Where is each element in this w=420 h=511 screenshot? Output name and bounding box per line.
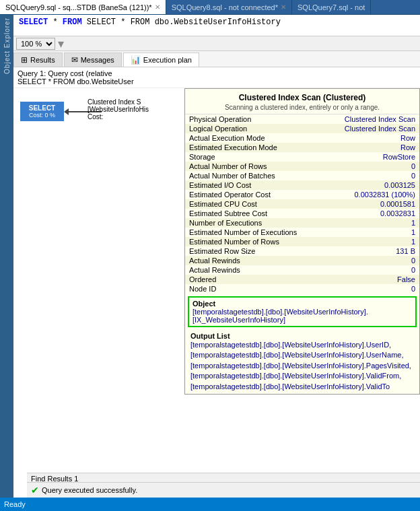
index-node-cost: Cost: xyxy=(88,113,149,121)
tab-results[interactable]: ⊞ Results xyxy=(13,53,63,67)
execution-plan-tab-label: Execution plan xyxy=(143,56,192,64)
tooltip-row-label: Estimated Number of Executions xyxy=(185,228,314,237)
tooltip-row: StorageRowStore xyxy=(185,152,419,162)
output-value: [temporalstagetestdb].[dbo].[WebsiteUser… xyxy=(190,340,414,392)
main-area: SELECT * FROM SELECT * FROM dbo.WebsiteU… xyxy=(13,15,420,511)
tooltip-row-label: Node ID xyxy=(185,284,314,294)
tab-label: SQLQuery7.sql - not xyxy=(298,3,365,11)
toolbar: 100 % 75 % 50 % ▾ xyxy=(13,36,420,51)
tooltip-header: Clustered Index Scan (Clustered) Scannin… xyxy=(185,89,419,114)
tooltip-row-label: Number of Executions xyxy=(185,218,314,228)
index-node-sublabel: [WebsiteUserInfoHis xyxy=(88,106,149,113)
tooltip-row: Actual Execution ModeRow xyxy=(185,133,419,143)
tab-messages[interactable]: ✉ Messages xyxy=(64,53,122,67)
index-node-label: Clustered Index S xyxy=(88,98,149,106)
tooltip-row-value: Row xyxy=(314,143,419,152)
tooltip-row-label: Actual Rewinds xyxy=(185,265,314,275)
success-text: Query executed successfully. xyxy=(42,486,137,494)
tooltip-row-label: Actual Number of Batches xyxy=(185,171,314,180)
tooltip-row-label: Estimated CPU Cost xyxy=(185,199,314,209)
zoom-select[interactable]: 100 % 75 % 50 % xyxy=(16,38,55,50)
object-label: Object xyxy=(193,300,412,308)
tooltip-row: Estimated Number of Rows1 xyxy=(185,237,419,246)
object-value: [temporalstagetestdb].[dbo].[WebsiteUser… xyxy=(193,308,412,324)
sql-text: SELECT * FROM dbo.WebsiteUserInfoHistory xyxy=(87,18,281,27)
success-icon: ✔ xyxy=(31,485,39,496)
sidebar: Object Explorer xyxy=(0,15,13,511)
tooltip-row-value: 1 xyxy=(314,237,419,246)
tooltip-row-value: 0 xyxy=(314,171,419,180)
tooltip-row-label: Estimated I/O Cost xyxy=(185,180,314,190)
tooltip-row-value: 1 xyxy=(314,228,419,237)
tooltip-table: Physical OperationClustered Index ScanLo… xyxy=(185,114,419,294)
tooltip-row-value: 0 xyxy=(314,256,419,265)
tooltip-subtitle: Scanning a clustered index, entirely or … xyxy=(190,104,414,111)
status-text: Ready xyxy=(4,500,26,508)
sql-editor[interactable]: SELECT * FROM SELECT * FROM dbo.WebsiteU… xyxy=(13,15,420,36)
tooltip-row-value: 0.0032831 (100%) xyxy=(314,190,419,199)
tooltip-row: OrderedFalse xyxy=(185,275,419,284)
results-tab-label: Results xyxy=(30,56,55,64)
tooltip-row: Estimated Row Size131 B xyxy=(185,246,419,256)
tab-sqlquery8[interactable]: SQLQuery8.sql - not connected* ✕ xyxy=(166,0,292,14)
select-node-cost: Cost: 0 % xyxy=(24,112,60,118)
tooltip-row-label: Estimated Subtree Cost xyxy=(185,209,314,218)
tooltip-row-value: RowStore xyxy=(314,152,419,162)
tooltip-row-value: Clustered Index Scan xyxy=(314,124,419,133)
tab-sqlquery9[interactable]: SQLQuery9.sql - sq...STDB (BaneSa (121))… xyxy=(0,0,166,14)
tooltip-row-value: 1 xyxy=(314,218,419,228)
tooltip-row-value: 0.003125 xyxy=(314,180,419,190)
tooltip-row-label: Estimated Row Size xyxy=(185,246,314,256)
tooltip-panel: Clustered Index Scan (Clustered) Scannin… xyxy=(184,88,420,395)
sidebar-label: Object Explorer xyxy=(3,18,11,74)
query-info-line2: SELECT * FROM dbo.WebsiteUser xyxy=(18,77,416,86)
tooltip-row-label: Estimated Execution Mode xyxy=(185,143,314,152)
select-node[interactable]: SELECT Cost: 0 % xyxy=(20,102,64,121)
tooltip-row: Estimated Subtree Cost0.0032831 xyxy=(185,209,419,218)
query-info: Query 1: Query cost (relative SELECT * F… xyxy=(13,67,420,88)
output-section: Output List [temporalstagetestdb].[dbo].… xyxy=(185,330,419,394)
tooltip-row-value: 0 xyxy=(314,265,419,275)
tooltip-row: Estimated Operator Cost0.0032831 (100%) xyxy=(185,190,419,199)
tooltip-row-label: Actual Number of Rows xyxy=(185,162,314,171)
tooltip-row-value: 131 B xyxy=(314,246,419,256)
tab-close[interactable]: ✕ xyxy=(155,3,160,11)
status-bar: Ready xyxy=(0,498,420,511)
tooltip-row-label: Actual Execution Mode xyxy=(185,133,314,143)
tooltip-row: Actual Number of Rows0 xyxy=(185,162,419,171)
tooltip-row-label: Actual Rewinds xyxy=(185,256,314,265)
tooltip-row: Estimated CPU Cost0.0001581 xyxy=(185,199,419,209)
tooltip-row-label: Storage xyxy=(185,152,314,162)
tooltip-row-label: Estimated Operator Cost xyxy=(185,190,314,199)
tooltip-row-value: Row xyxy=(314,133,419,143)
tab-label: SQLQuery9.sql - sq...STDB (BaneSa (121))… xyxy=(5,3,152,11)
tooltip-row: Actual Number of Batches0 xyxy=(185,171,419,180)
tooltip-row: Logical OperationClustered Index Scan xyxy=(185,124,419,133)
index-scan-node[interactable]: Clustered Index S [WebsiteUserInfoHis Co… xyxy=(88,98,149,121)
result-tabs: ⊞ Results ✉ Messages 📊 Execution plan xyxy=(13,51,420,67)
tooltip-row-label: Estimated Number of Rows xyxy=(185,237,314,246)
tooltip-row-label: Logical Operation xyxy=(185,124,314,133)
tooltip-row-value: False xyxy=(314,275,419,284)
tooltip-row-value: 0.0001581 xyxy=(314,199,419,209)
tooltip-row: Actual Rewinds0 xyxy=(185,265,419,275)
tooltip-row: Node ID0 xyxy=(185,284,419,294)
select-node-label: SELECT xyxy=(24,104,60,112)
tooltip-row: Estimated Execution ModeRow xyxy=(185,143,419,152)
zoom-dropdown-icon[interactable]: ▾ xyxy=(58,36,64,51)
tab-close[interactable]: ✕ xyxy=(281,3,286,11)
tab-sqlquery7[interactable]: SQLQuery7.sql - not xyxy=(292,0,371,14)
tab-execution-plan[interactable]: 📊 Execution plan xyxy=(123,53,199,67)
tooltip-row-value: 0.0032831 xyxy=(314,209,419,218)
tooltip-row: Physical OperationClustered Index Scan xyxy=(185,114,419,124)
object-section: Object [temporalstagetestdb].[dbo].[Webs… xyxy=(188,296,417,327)
tooltip-row-value: 0 xyxy=(314,162,419,171)
plan-area[interactable]: SELECT Cost: 0 % Clustered Index S [Webs… xyxy=(13,88,420,511)
tooltip-row: Estimated Number of Executions1 xyxy=(185,228,419,237)
tooltip-row: Estimated I/O Cost0.003125 xyxy=(185,180,419,190)
tooltip-row-label: Ordered xyxy=(185,275,314,284)
tooltip-row-label: Physical Operation xyxy=(185,114,314,124)
output-label: Output List xyxy=(190,332,414,340)
arrow-head xyxy=(64,108,69,115)
messages-tab-label: Messages xyxy=(81,56,114,64)
